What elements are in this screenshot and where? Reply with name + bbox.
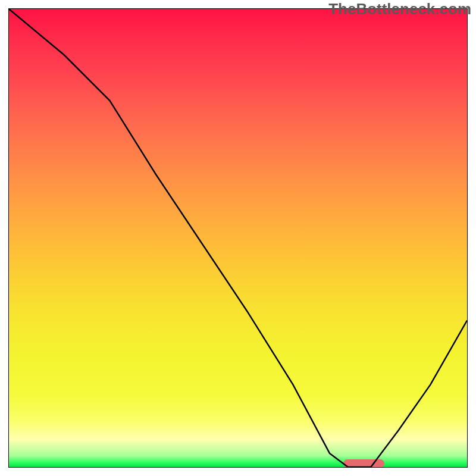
plot-area (9, 9, 467, 467)
bottleneck-curve (9, 9, 467, 467)
watermark-text: TheBottleneck.com (328, 0, 471, 18)
chart-frame: TheBottleneck.com (0, 0, 476, 476)
